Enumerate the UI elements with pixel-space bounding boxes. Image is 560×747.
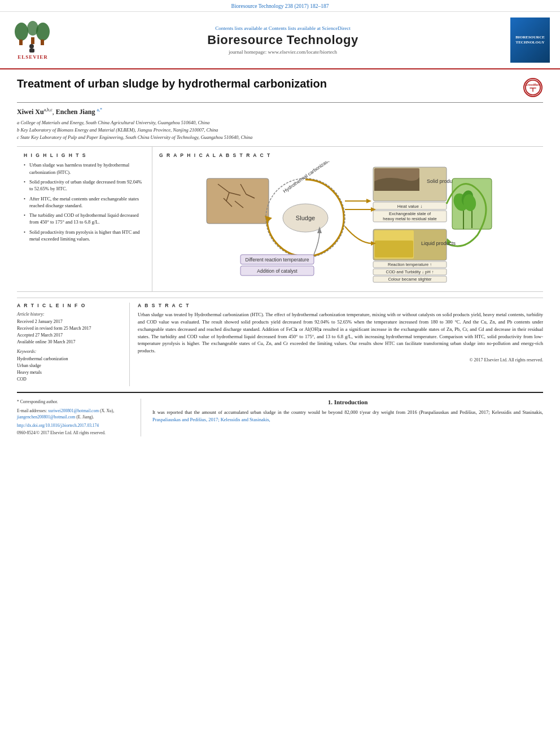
graphical-abstract-diagram: Sludge Hydrothermal carbonization Solid … <box>159 161 536 286</box>
copyright-line: © 2017 Elsevier Ltd. All rights reserved… <box>138 357 543 362</box>
svg-text:CrossMark: CrossMark <box>526 83 541 86</box>
elsevier-tree-icon <box>10 20 55 53</box>
author1-name: Xiwei Xu <box>17 108 44 116</box>
svg-text:Hydrothermal carbonization: Hydrothermal carbonization <box>282 161 333 194</box>
svg-rect-6 <box>41 40 44 45</box>
science-direct-text[interactable]: Contents lists available at Contents lis… <box>55 25 510 31</box>
journal-homepage: journal homepage: www.elsevier.com/locat… <box>55 49 510 55</box>
abstract-column: A B S T R A C T Urban sludge was treated… <box>138 303 543 386</box>
elsevier-logo-section: ELSEVIER <box>10 20 55 60</box>
keyword-1: Hydrothermal carbonization <box>17 356 123 362</box>
svg-point-3 <box>36 23 50 41</box>
keywords-section: Keywords: Hydrothermal carbonization Urb… <box>17 349 123 383</box>
highlights-graphical-section: H I G H L I G H T S Urban sludge was har… <box>17 146 543 292</box>
svg-point-1 <box>15 23 28 41</box>
introduction-column: 1. Introduction It was reported that the… <box>141 399 543 436</box>
intro-heading: 1. Introduction <box>152 399 543 405</box>
svg-text:COD and Turbidity ↓ pH ↑: COD and Turbidity ↓ pH ↑ <box>386 269 434 274</box>
svg-rect-44 <box>375 241 413 257</box>
article-info-abstract-section: A R T I C L E I N F O Article history: R… <box>17 298 543 386</box>
article-title-section: Treatment of urban sludge by hydrotherma… <box>17 77 543 103</box>
keyword-4: COD <box>17 376 123 383</box>
svg-text:heavy metal to residual state: heavy metal to residual state <box>383 216 436 221</box>
keywords-label: Keywords: <box>17 349 123 354</box>
svg-text:Different reaction temperature: Different reaction temperature <box>246 257 309 263</box>
issn-line: 0960-8524/© 2017 Elsevier Ltd. All right… <box>17 430 133 436</box>
svg-text:Colour became slighter: Colour became slighter <box>388 277 432 282</box>
svg-text:Addition of catalyst: Addition of catalyst <box>257 268 298 274</box>
article-info-heading: A R T I C L E I N F O <box>17 303 123 308</box>
affil-a: a College of Materials and Energy, South… <box>17 119 543 126</box>
graphical-abstract-column: G R A P H I C A L A B S T R A C T <box>152 147 543 291</box>
affiliations: a College of Materials and Energy, South… <box>17 119 543 141</box>
email-label: E-mail addresses: <box>17 408 47 413</box>
author2-sup: a,* <box>97 107 102 112</box>
highlight-item-2: Solid productivity of urban sludge decre… <box>24 178 145 193</box>
email-section: E-mail addresses: xuriwei200801@hotmail.… <box>17 408 133 421</box>
highlights-heading: H I G H L I G H T S <box>24 152 145 158</box>
affil-b: b Key Laboratory of Biomass Energy and M… <box>17 126 543 134</box>
svg-rect-4 <box>19 40 23 45</box>
highlight-item-5: Solid productivity from pyrolysis is hig… <box>24 229 145 243</box>
svg-rect-5 <box>31 37 34 44</box>
journal-header-center: Contents lists available at Contents lis… <box>55 25 510 55</box>
crossmark-badge[interactable]: CrossMark <box>523 77 543 98</box>
highlight-item-3: After HTC, the metal contents under exch… <box>24 195 145 209</box>
svg-point-9 <box>526 80 540 95</box>
svg-text:Heat value ↓: Heat value ↓ <box>397 204 422 209</box>
ref-link-1[interactable]: Praspaliauskas and Pedišius, 2017; Keles… <box>152 417 270 422</box>
crossmark-icon: CrossMark <box>524 78 541 97</box>
email1-name: (X. Xu), <box>100 408 114 413</box>
keyword-3: Heavy metals <box>17 369 123 376</box>
highlights-list: Urban sludge was harmless treated by hyd… <box>24 161 145 242</box>
corresponding-author-note: * Corresponding author. <box>17 399 133 405</box>
author2-name: Enchen Jiang <box>56 108 95 116</box>
journal-cover-image: BIORESOURCE TECHNOLOGY <box>510 18 550 63</box>
bottom-section: * Corresponding author. E-mail addresses… <box>17 392 543 436</box>
history-label: Article history: <box>17 312 123 317</box>
authors-line: Xiwei Xua,b,c, Enchen Jiang a,* <box>17 107 543 116</box>
svg-rect-8 <box>29 49 34 53</box>
highlight-item-1: Urban sludge was harmless treated by hyd… <box>24 161 145 176</box>
graphical-abstract-heading: G R A P H I C A L A B S T R A C T <box>159 152 536 158</box>
article-title: Treatment of urban sludge by hydrotherma… <box>17 77 523 90</box>
received-date: Received 2 January 2017 Received in revi… <box>17 318 123 346</box>
email2-name: (E. Jiang). <box>76 414 94 420</box>
journal-title: Bioresource Technology <box>55 33 510 47</box>
affil-c: c State Key Laboratory of Pulp and Paper… <box>17 134 543 141</box>
keywords-list: Hydrothermal carbonization Urban sludge … <box>17 356 123 383</box>
diagram-svg: Sludge Hydrothermal carbonization Solid … <box>159 161 536 286</box>
crossmark-circle: CrossMark <box>523 78 542 97</box>
journal-header: ELSEVIER Contents lists available at Con… <box>0 12 560 69</box>
intro-text: It was reported that the amount of accum… <box>152 409 543 423</box>
highlight-item-4: The turbidity and COD of hydrothermal li… <box>24 212 145 226</box>
abstract-text: Urban sludge was treated by Hydrothermal… <box>138 311 543 355</box>
author1-sup: a,b,c <box>44 107 53 112</box>
svg-text:Reaction temperature ↑: Reaction temperature ↑ <box>388 262 432 267</box>
email1-link[interactable]: xuriwei200801@hotmail.com <box>48 408 99 413</box>
journal-reference-bar: Bioresource Technology 238 (2017) 182–18… <box>0 0 560 12</box>
journal-reference-text: Bioresource Technology 238 (2017) 182–18… <box>231 3 329 9</box>
svg-rect-13 <box>207 178 269 224</box>
svg-point-7 <box>29 44 34 49</box>
svg-text:Liquid products: Liquid products <box>421 241 456 246</box>
email2-link[interactable]: jiangenchen200801@hotmail.com <box>17 414 75 420</box>
svg-marker-34 <box>366 199 371 203</box>
article-info-column: A R T I C L E I N F O Article history: R… <box>17 303 130 386</box>
article-content: Treatment of urban sludge by hydrotherma… <box>0 69 560 442</box>
svg-text:Exchangeable state of: Exchangeable state of <box>389 211 431 216</box>
sd-link[interactable]: Contents lists available at ScienceDirec… <box>269 25 351 31</box>
sd-prefix: Contents lists available at <box>215 25 268 31</box>
doi-link[interactable]: http://dx.doi.org/10.1016/j.biortech.201… <box>17 422 133 429</box>
footnotes-column: * Corresponding author. E-mail addresses… <box>17 399 141 436</box>
highlights-column: H I G H L I G H T S Urban sludge was har… <box>17 147 152 291</box>
svg-text:Sludge: Sludge <box>296 215 315 221</box>
keyword-2: Urban sludge <box>17 362 123 369</box>
elsevier-label: ELSEVIER <box>18 54 48 60</box>
abstract-heading: A B S T R A C T <box>138 303 543 308</box>
